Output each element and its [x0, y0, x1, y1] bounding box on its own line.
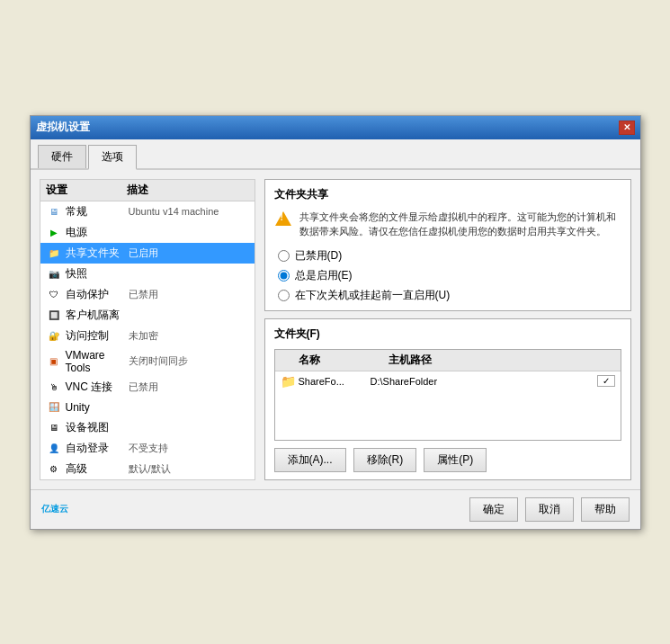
watermark: 亿速云 [41, 503, 68, 515]
advanced-icon: ⚙ [46, 461, 62, 476]
folder-table: 名称 主机路径 📁 ShareFo... D:\ShareFolder ✓ [274, 349, 621, 441]
normal-desc: Ubuntu v14 machine [129, 206, 249, 217]
advanced-name: 高级 [66, 461, 129, 477]
radio-always-label: 总是启用(E) [295, 268, 353, 283]
sharing-section: 文件夹共享 共享文件夹会将您的文件显示给虚拟机中的程序。这可能为您的计算机和数据… [264, 179, 631, 311]
radio-group: 已禁用(D) 总是启用(E) 在下次关机或挂起前一直启用(U) [278, 248, 621, 303]
remove-button[interactable]: 移除(R) [353, 448, 417, 472]
settings-list: 设置 描述 🖥 常规 Ubuntu v14 machine ▶ 电源 📁 共享文… [40, 179, 255, 480]
list-header: 设置 描述 [40, 180, 255, 201]
snap-icon: 📷 [46, 266, 62, 281]
header-setting: 设置 [46, 183, 127, 198]
tab-options[interactable]: 选项 [88, 145, 137, 170]
device-icon: 🖥 [46, 420, 62, 434]
folder-row-name: ShareFo... [299, 376, 371, 387]
close-button[interactable]: ✕ [619, 121, 635, 135]
warning-box: 共享文件夹会将您的文件显示给虚拟机中的程序。这可能为您的计算机和数据带来风险。请… [274, 210, 621, 239]
list-item-vmware[interactable]: ▣ VMware Tools 关闭时间同步 [40, 346, 255, 377]
folder-row-check[interactable]: ✓ [597, 375, 615, 387]
folder-row-path: D:\ShareFolder [371, 376, 597, 387]
radio-disabled-input[interactable] [278, 250, 290, 262]
right-panel: 文件夹共享 共享文件夹会将您的文件显示给虚拟机中的程序。这可能为您的计算机和数据… [264, 179, 631, 480]
unity-name: Unity [66, 401, 129, 414]
list-item-snap[interactable]: 📷 快照 [40, 264, 255, 284]
radio-until-shutdown[interactable]: 在下次关机或挂起前一直启用(U) [278, 288, 621, 303]
properties-button[interactable]: 属性(P) [424, 448, 487, 472]
folder-title: 文件夹(F) [274, 326, 621, 342]
header-spacer [281, 353, 299, 368]
list-item-advanced[interactable]: ⚙ 高级 默认/默认 [40, 459, 255, 479]
sharing-title: 文件夹共享 [274, 187, 621, 202]
access-name: 访问控制 [66, 328, 129, 344]
power-name: 电源 [66, 225, 129, 240]
warning-icon [274, 210, 292, 228]
warning-triangle [275, 211, 291, 226]
folder-row-icon: 📁 [281, 374, 299, 389]
title-bar: 虚拟机设置 ✕ [31, 116, 640, 139]
list-item-unity[interactable]: 🪟 Unity [40, 398, 255, 417]
list-item-guest[interactable]: 🔲 客户机隔离 [40, 305, 255, 326]
vnc-desc: 已禁用 [129, 380, 249, 394]
header-name: 名称 [299, 353, 389, 368]
radio-always[interactable]: 总是启用(E) [278, 268, 621, 283]
shared-desc: 已启用 [129, 246, 249, 260]
list-item-autoprotect[interactable]: 🛡 自动保护 已禁用 [40, 284, 255, 305]
autoprotect-name: 自动保护 [66, 287, 129, 302]
normal-icon: 🖥 [46, 204, 62, 219]
vmware-name: VMware Tools [66, 349, 129, 374]
radio-until-label: 在下次关机或挂起前一直启用(U) [295, 288, 451, 303]
radio-disabled-label: 已禁用(D) [295, 248, 343, 264]
folder-section: 文件夹(F) 名称 主机路径 📁 ShareFo... D:\ShareFold… [264, 318, 631, 480]
guest-icon: 🔲 [46, 308, 62, 322]
vmware-icon: ▣ [46, 354, 62, 369]
login-icon: 👤 [46, 441, 62, 455]
header-path: 主机路径 [389, 353, 615, 368]
folder-actions: 添加(A)... 移除(R) 属性(P) [274, 448, 621, 472]
list-item-shared[interactable]: 📁 共享文件夹 已启用 [40, 243, 255, 264]
shared-name: 共享文件夹 [66, 246, 129, 261]
unity-icon: 🪟 [46, 400, 62, 415]
normal-name: 常规 [66, 204, 129, 219]
add-button[interactable]: 添加(A)... [274, 448, 346, 472]
folder-table-header: 名称 主机路径 [275, 350, 621, 371]
radio-always-input[interactable] [278, 270, 290, 282]
radio-disabled[interactable]: 已禁用(D) [278, 248, 621, 264]
shared-icon: 📁 [46, 246, 62, 260]
list-item-device[interactable]: 🖥 设备视图 [40, 417, 255, 438]
list-item-vnc[interactable]: 🖱 VNC 连接 已禁用 [40, 377, 255, 398]
header-desc: 描述 [127, 183, 249, 198]
title-bar-buttons: ✕ [619, 121, 635, 135]
power-icon: ▶ [46, 225, 62, 239]
access-icon: 🔐 [46, 328, 62, 343]
autoprotect-desc: 已禁用 [129, 288, 249, 301]
cancel-button[interactable]: 取消 [525, 497, 574, 522]
autoprotect-icon: 🛡 [46, 287, 62, 301]
vmware-desc: 关闭时间同步 [129, 354, 249, 368]
tab-hardware[interactable]: 硬件 [38, 145, 86, 168]
ok-button[interactable]: 确定 [469, 497, 518, 522]
help-button[interactable]: 帮助 [581, 497, 630, 522]
list-item-access[interactable]: 🔐 访问控制 未加密 [40, 326, 255, 346]
vnc-icon: 🖱 [46, 380, 62, 394]
guest-name: 客户机隔离 [66, 308, 129, 323]
login-name: 自动登录 [66, 441, 129, 456]
device-name: 设备视图 [66, 420, 129, 435]
access-desc: 未加密 [129, 329, 249, 343]
tab-bar: 硬件 选项 [31, 139, 640, 170]
list-item-normal[interactable]: 🖥 常规 Ubuntu v14 machine [40, 201, 255, 222]
list-item-power[interactable]: ▶ 电源 [40, 222, 255, 243]
login-desc: 不受支持 [129, 442, 249, 455]
bottom-bar: 亿速云 确定 取消 帮助 [31, 489, 640, 529]
window-title: 虚拟机设置 [36, 120, 90, 135]
advanced-desc: 默认/默认 [129, 462, 249, 476]
list-item-login[interactable]: 👤 自动登录 不受支持 [40, 438, 255, 459]
radio-until-input[interactable] [278, 290, 290, 301]
snap-name: 快照 [66, 266, 129, 282]
folder-row-0[interactable]: 📁 ShareFo... D:\ShareFolder ✓ [275, 371, 621, 391]
main-window: 虚拟机设置 ✕ 硬件 选项 设置 描述 🖥 常规 Ubuntu v14 mach… [30, 115, 641, 530]
warning-text: 共享文件夹会将您的文件显示给虚拟机中的程序。这可能为您的计算机和数据带来风险。请… [299, 210, 621, 239]
content-area: 设置 描述 🖥 常规 Ubuntu v14 machine ▶ 电源 📁 共享文… [31, 170, 640, 489]
vnc-name: VNC 连接 [66, 380, 129, 395]
